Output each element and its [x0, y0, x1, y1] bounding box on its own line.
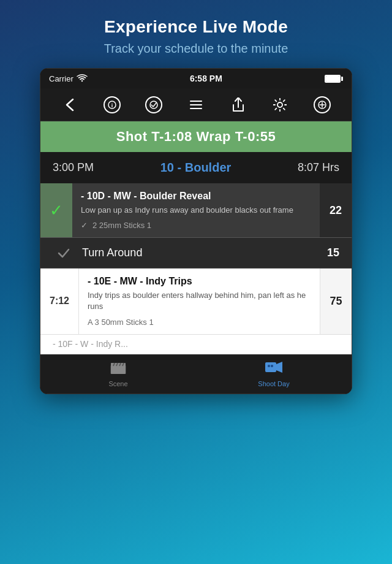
scene-hours: 8:07 Hrs: [298, 161, 339, 174]
shot-10d-description: Low pan up as Indy runs away and boulder…: [81, 205, 311, 216]
tab-bar: Scene Shoot Day: [40, 354, 352, 394]
turnaround-pages: 15: [327, 246, 339, 259]
shot-10d-pages: 22: [320, 183, 352, 237]
scene-tab-label: Scene: [108, 380, 127, 387]
partial-row-text: - 10F - W - Indy R...: [53, 339, 128, 349]
svg-marker-17: [276, 362, 282, 373]
shot-10d-row[interactable]: ✓ - 10D - MW - Boulder Reveal Low pan up…: [40, 183, 352, 238]
shot-10e-content: - 10E - MW - Indy Trips Indy trips as bo…: [78, 269, 320, 333]
partial-row: - 10F - W - Indy R...: [40, 335, 352, 354]
svg-point-6: [277, 102, 282, 107]
tab-shoot-day[interactable]: Shoot Day: [196, 355, 352, 394]
svg-rect-16: [265, 362, 276, 372]
info-button[interactable]: i: [101, 94, 123, 116]
shot-check-column: ✓: [40, 183, 72, 237]
tab-scene[interactable]: Scene: [40, 355, 196, 394]
add-button[interactable]: [311, 94, 333, 116]
list-button[interactable]: [185, 94, 207, 116]
svg-point-18: [268, 365, 270, 367]
meta-checkmark: ✓: [81, 221, 88, 230]
svg-text:i: i: [111, 102, 113, 109]
turnaround-left: Turn Around: [53, 246, 142, 260]
wifi-icon: [77, 74, 88, 84]
promo-header: Experience Live Mode Track your schedule…: [80, 0, 313, 68]
shot-10e-pages-value: 75: [330, 295, 342, 308]
battery-indicator: [325, 75, 343, 83]
shot-10d-title: - 10D - MW - Boulder Reveal: [81, 191, 311, 202]
shot-10d-pages-value: 22: [330, 204, 342, 217]
turnaround-label: Turn Around: [82, 246, 142, 259]
scene-tab-icon: [110, 360, 127, 378]
svg-point-19: [271, 365, 273, 367]
shot-10e-pages: 75: [320, 269, 352, 333]
svg-rect-10: [111, 365, 126, 374]
shot-10d-content: - 10D - MW - Boulder Reveal Low pan up a…: [72, 183, 320, 237]
scene-name: 10 - Boulder: [160, 161, 232, 175]
turnaround-row[interactable]: Turn Around 15: [40, 238, 352, 269]
toolbar: i: [40, 88, 352, 121]
shot-10e-row[interactable]: 7:12 - 10E - MW - Indy Trips Indy trips …: [40, 269, 352, 334]
phone-frame: Carrier 6:58 PM: [40, 68, 352, 394]
shoot-day-tab-icon: [264, 360, 284, 378]
turnaround-check: [53, 246, 75, 260]
shot-wrap-text: Shot T-1:08 Wrap T-0:55: [53, 129, 339, 145]
shot-10e-title: - 10E - MW - Indy Trips: [88, 276, 311, 287]
status-time: 6:58 PM: [190, 74, 222, 83]
promo-title: Experience Live Mode: [104, 17, 288, 37]
check-button[interactable]: [143, 94, 165, 116]
share-button[interactable]: [227, 94, 249, 116]
scene-header: 3:00 PM 10 - Boulder 8:07 Hrs: [40, 152, 352, 183]
shoot-day-tab-label: Shoot Day: [258, 380, 289, 387]
gear-button[interactable]: [269, 94, 291, 116]
shot-10e-description: Indy trips as boulder enters hallway beh…: [88, 290, 311, 312]
back-button[interactable]: [59, 94, 81, 116]
scene-time: 3:00 PM: [53, 161, 94, 174]
shot-10e-meta: A 3 50mm Sticks 1: [88, 318, 311, 327]
completed-checkmark: ✓: [50, 201, 63, 220]
shot-wrap-bar: Shot T-1:08 Wrap T-0:55: [40, 121, 352, 152]
status-bar: Carrier 6:58 PM: [40, 69, 352, 88]
shot-10d-meta: ✓ 2 25mm Sticks 1: [81, 221, 311, 230]
shot-10d-meta-text: 2 25mm Sticks 1: [92, 221, 151, 230]
carrier-label: Carrier: [49, 74, 88, 84]
shot-10e-time: 7:12: [50, 295, 69, 307]
promo-subtitle: Track your schedule to the minute: [104, 42, 288, 56]
shot-10e-time-col: 7:12: [40, 269, 78, 333]
